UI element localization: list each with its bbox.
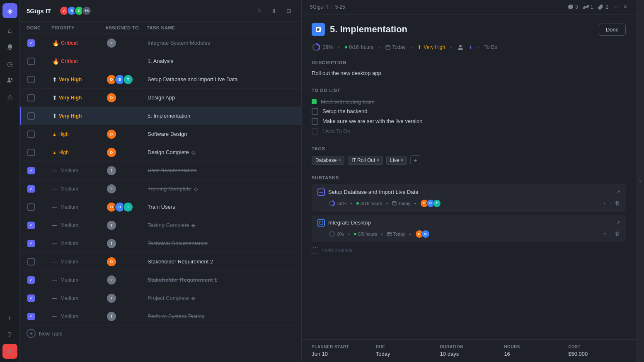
cost-value[interactable]: $50,000 bbox=[568, 351, 626, 357]
table-row[interactable]: ✓ —Medium ? Project Complete ◇ bbox=[20, 289, 301, 307]
table-row[interactable]: ⬆Very High D B T Setup Database and Impo… bbox=[20, 70, 301, 89]
more-view-btn[interactable]: ⊟ bbox=[283, 5, 295, 17]
attachments-btn[interactable]: 2 bbox=[598, 4, 608, 10]
status-badge[interactable]: To Do bbox=[484, 44, 497, 50]
team-icon[interactable] bbox=[2, 73, 17, 88]
delete-subtask-btn[interactable]: 🗑 bbox=[615, 200, 620, 206]
todo-item[interactable]: Meet with testing team bbox=[312, 97, 626, 106]
task-checkbox[interactable] bbox=[27, 149, 35, 156]
done-button[interactable]: Done bbox=[599, 24, 626, 36]
add-project-icon[interactable]: + bbox=[2, 311, 17, 326]
table-row[interactable]: —Medium D B T Train Users bbox=[20, 198, 301, 216]
hours-value[interactable]: 16 bbox=[504, 351, 562, 357]
tag-it-roll-out[interactable]: IT Roll Out × bbox=[348, 156, 383, 165]
notification-icon[interactable] bbox=[2, 40, 17, 55]
help-icon[interactable]: ? bbox=[2, 327, 17, 342]
assignee-icon bbox=[457, 44, 464, 51]
task-checkbox[interactable] bbox=[27, 76, 35, 83]
subtask-hours: 0/16 hours bbox=[356, 201, 382, 206]
task-checkbox[interactable] bbox=[27, 112, 35, 120]
subtask-checkbox[interactable] bbox=[317, 219, 325, 227]
subtask-hours-dot bbox=[356, 202, 359, 205]
col-priority[interactable]: PRIORITY ↓ bbox=[51, 25, 105, 30]
time-icon[interactable]: ◷ bbox=[2, 56, 17, 71]
todo-item[interactable]: Setup the backend bbox=[312, 106, 626, 116]
table-row[interactable]: ▲High D Software Design bbox=[20, 125, 301, 143]
delete-subtask-btn[interactable]: 🗑 bbox=[615, 231, 620, 237]
close-panel-btn[interactable]: ✕ bbox=[623, 4, 627, 10]
table-row[interactable]: —Medium D Stakeholder Requirement 2 bbox=[20, 253, 301, 271]
add-subtask-member-btn[interactable]: + bbox=[603, 200, 607, 206]
tags-label: TAGS bbox=[312, 146, 626, 151]
task-checkbox[interactable]: ✓ bbox=[27, 39, 35, 47]
table-row[interactable]: 🔥Critical 1. Analysis bbox=[20, 52, 301, 70]
table-row[interactable]: ✓ —Medium ? Perform System Testing bbox=[20, 307, 301, 326]
list-view-btn[interactable]: ≡ bbox=[253, 5, 265, 17]
task-checkbox[interactable]: ✓ bbox=[27, 313, 35, 320]
warning-icon[interactable]: ⚠ bbox=[2, 89, 17, 104]
add-tag-btn[interactable]: + bbox=[410, 155, 420, 165]
task-checkbox[interactable] bbox=[27, 130, 35, 138]
tag-live[interactable]: Live × bbox=[386, 156, 407, 165]
priority-label: Medium bbox=[61, 204, 78, 210]
subtask-checkbox[interactable] bbox=[317, 188, 325, 196]
add-task-row[interactable]: + New Task bbox=[20, 326, 301, 341]
subtask-external-link[interactable]: ↗ bbox=[616, 220, 620, 225]
subtask-hours-dot bbox=[354, 233, 356, 235]
hours-value: 0/16 bbox=[349, 44, 359, 50]
task-checkbox[interactable] bbox=[27, 258, 35, 265]
home-icon[interactable]: ⌂ bbox=[2, 23, 17, 38]
add-todo-btn[interactable]: / Add To Do bbox=[312, 126, 626, 136]
task-checkbox[interactable]: ✓ bbox=[27, 167, 35, 174]
logo-icon[interactable]: ◈ bbox=[2, 3, 17, 18]
subtask-date-value: Today bbox=[398, 201, 410, 206]
date-indicator[interactable]: Today bbox=[385, 44, 406, 50]
table-row[interactable]: ✓ 🔥Critical ? Integrate System Modules bbox=[20, 34, 301, 52]
more-options-btn[interactable]: ⋯ bbox=[613, 4, 618, 10]
task-checkbox[interactable] bbox=[27, 94, 35, 101]
task-checkbox[interactable]: ✓ bbox=[27, 185, 35, 193]
task-checkbox[interactable] bbox=[27, 58, 35, 65]
table-row[interactable]: ✓ —Medium ? Stakeholder Requirement 1 bbox=[20, 271, 301, 289]
collapse-panel-btn[interactable]: › bbox=[636, 0, 644, 362]
task-checkbox[interactable]: ✓ bbox=[27, 222, 35, 229]
table-row[interactable]: ✓ —Medium ? Testing Complete ◇ bbox=[20, 216, 301, 234]
planned-start-value[interactable]: Jun 10 bbox=[312, 351, 369, 357]
assignee-indicator[interactable] bbox=[457, 44, 464, 51]
todo-checkbox[interactable] bbox=[312, 108, 318, 115]
subtask-external-link[interactable]: ↗ bbox=[616, 189, 620, 195]
task-name: 1. Analysis bbox=[148, 58, 295, 64]
user-avatar-icon[interactable]: A bbox=[2, 344, 17, 359]
table-row[interactable]: ✓ —Medium ? Technical Documentation bbox=[20, 234, 301, 253]
tag-remove-btn[interactable]: × bbox=[338, 158, 341, 162]
task-checkbox[interactable]: ✓ bbox=[27, 276, 35, 284]
priority-indicator[interactable]: ⬆ Very High bbox=[417, 44, 445, 50]
table-row[interactable]: ⬆Very High D Design App bbox=[20, 89, 301, 107]
duration-value[interactable]: 10 days bbox=[440, 351, 498, 357]
todo-checkbox[interactable] bbox=[312, 118, 318, 125]
subtask-title-row: Setup Database and Import Live Data ↗ bbox=[317, 188, 620, 196]
task-checkbox[interactable]: ✓ bbox=[27, 294, 35, 302]
tag-database[interactable]: Database × bbox=[312, 156, 344, 165]
tag-remove-btn[interactable]: × bbox=[401, 158, 403, 162]
table-row[interactable]: ✓ —Medium ? User Documentation bbox=[20, 162, 301, 180]
column-view-btn[interactable]: ⏸ bbox=[268, 5, 280, 17]
tag-remove-btn[interactable]: × bbox=[377, 158, 379, 162]
links-btn[interactable]: 1 bbox=[583, 4, 593, 10]
col-task-name: TASK NAME bbox=[147, 25, 295, 30]
table-row[interactable]: ⬆Very High 5. Implementation bbox=[20, 107, 301, 125]
task-checkbox[interactable] bbox=[27, 203, 35, 211]
task-checkbox[interactable]: ✓ bbox=[27, 240, 35, 247]
svg-point-0 bbox=[8, 78, 10, 80]
table-row[interactable]: ✓ —Medium ? Training Complete ◇ bbox=[20, 180, 301, 198]
add-subtask-member-btn[interactable]: + bbox=[603, 231, 607, 237]
comments-btn[interactable]: 3 bbox=[568, 4, 578, 10]
todo-item[interactable]: Make sure we are set with the live versi… bbox=[312, 116, 626, 126]
task-name: Setup Database and Import Live Data bbox=[148, 76, 295, 82]
priority-label: Very High bbox=[59, 77, 82, 82]
table-row[interactable]: ▲High D Design Complete ◇ bbox=[20, 143, 301, 162]
task-name: 5. Implementation bbox=[148, 113, 295, 119]
add-subtask-btn[interactable]: / Add Subtask bbox=[312, 246, 626, 256]
due-value[interactable]: Today bbox=[376, 351, 433, 357]
add-assignee-btn[interactable]: + bbox=[469, 43, 472, 51]
